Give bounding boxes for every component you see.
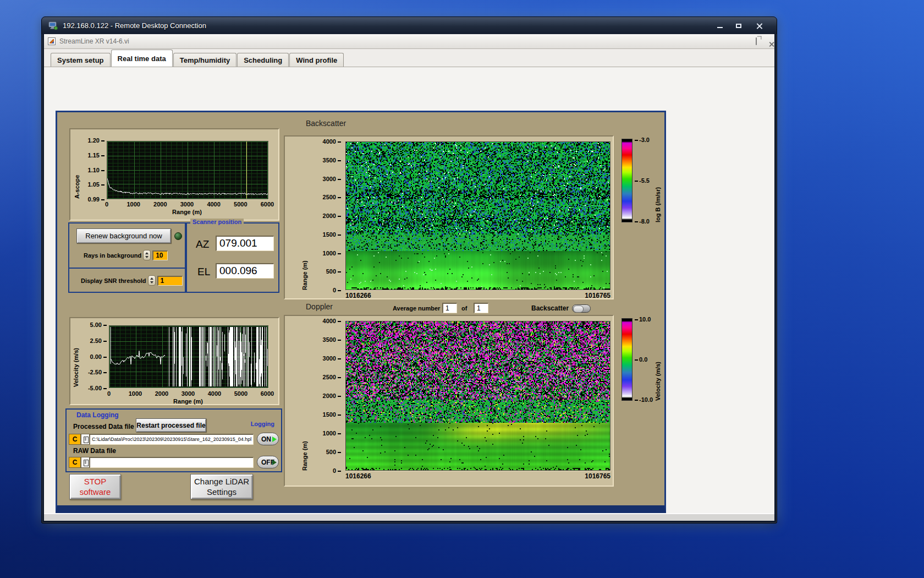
tick-label: 0 bbox=[333, 468, 341, 473]
tick-label: 0 bbox=[96, 201, 118, 208]
app-titlebar[interactable]: StreamLine XR v14-6.vi bbox=[44, 34, 774, 49]
snr-value-field[interactable]: 1 bbox=[157, 276, 183, 286]
tick-label: 1000 bbox=[323, 250, 341, 256]
rdp-maximize-button[interactable] bbox=[730, 20, 747, 31]
ascope-plot-area bbox=[107, 141, 268, 199]
az-label: AZ bbox=[196, 238, 209, 250]
velocity-canvas bbox=[109, 326, 268, 388]
tick-label: 1.15 bbox=[88, 152, 105, 158]
processed-drive-selector[interactable]: C bbox=[69, 434, 81, 445]
tick-label: 5000 bbox=[229, 201, 251, 208]
processed-path-row: C C:\Lidar\Data\Proc\2023\202309\2023091… bbox=[69, 434, 254, 445]
stop-software-button[interactable]: STOP software bbox=[69, 474, 121, 499]
doppler-canvas bbox=[346, 321, 610, 470]
remote-desktop-area: StreamLine XR v14-6.vi System setup Real… bbox=[44, 34, 774, 521]
tick-label: -5.5 bbox=[635, 177, 650, 184]
tab-system-setup[interactable]: System setup bbox=[51, 53, 111, 67]
backscatter-plot-area bbox=[345, 141, 610, 290]
backscatter-view-toggle[interactable] bbox=[572, 304, 591, 313]
el-label: EL bbox=[197, 266, 210, 278]
tick-label: 5000 bbox=[230, 390, 252, 397]
processed-browse-icon[interactable] bbox=[81, 434, 90, 445]
average-count-field[interactable]: 1 bbox=[474, 303, 488, 313]
backscatter-toggle-label: Backscatter bbox=[531, 304, 569, 312]
raw-path-row: C bbox=[69, 457, 254, 468]
rays-value-field[interactable]: 10 bbox=[152, 250, 168, 260]
ascope-graph: A-scope 1.201.151.101.050.99 01000200030… bbox=[69, 128, 279, 221]
rdp-window-title: 192.168.0.122 - Remote Desktop Connectio… bbox=[63, 21, 206, 30]
labview-vi-icon bbox=[48, 37, 56, 45]
tick-label: 0 bbox=[98, 390, 120, 397]
tick-label: 1.10 bbox=[88, 167, 105, 173]
tab-real-time-data[interactable]: Real time data bbox=[111, 50, 173, 67]
tab-wind-profile[interactable]: Wind profile bbox=[289, 53, 344, 67]
renew-status-led bbox=[174, 232, 182, 240]
rdp-window-controls bbox=[712, 20, 770, 31]
tick-label: 3500 bbox=[323, 337, 341, 342]
tick-label: 3500 bbox=[323, 157, 341, 163]
app-window-controls bbox=[744, 37, 769, 45]
tick-label: 1000 bbox=[323, 430, 341, 436]
rdp-close-button[interactable] bbox=[749, 20, 770, 31]
doppler-time-start: 1016266 bbox=[345, 472, 371, 480]
backscatter-canvas bbox=[346, 142, 610, 290]
rdp-titlebar[interactable]: 192.168.0.122 - Remote Desktop Connectio… bbox=[42, 17, 777, 34]
processed-logging-on-switch[interactable]: ON bbox=[257, 433, 279, 445]
processed-data-file-label: Processed Data file bbox=[73, 423, 134, 430]
tab-scheduling[interactable]: Scheduling bbox=[237, 53, 289, 67]
backscatter-heatmap-frame: Range (m) 400035003000250020001500100050… bbox=[284, 135, 614, 299]
backscatter-y-ticks: 40003500300025002000150010005000 bbox=[314, 139, 341, 293]
scanner-position-title: Scanner position bbox=[190, 219, 244, 225]
logging-label: Logging bbox=[251, 421, 274, 427]
raw-path-field[interactable] bbox=[90, 457, 254, 468]
rays-in-background-label: Rays in background bbox=[84, 252, 141, 259]
tick-label: 4000 bbox=[203, 201, 225, 208]
tick-label: 1500 bbox=[323, 412, 341, 417]
backscatter-colorbar-ticks: -3.0-5.5-8.0 bbox=[635, 137, 650, 225]
average-number-field[interactable]: 1 bbox=[442, 303, 457, 313]
tick-label: -3.0 bbox=[635, 137, 650, 143]
ascope-y-axis-label: A-scope bbox=[74, 141, 80, 199]
raw-logging-off-switch[interactable]: OFF bbox=[257, 456, 279, 468]
scanner-position-box: Scanner position AZ 079.001 EL 000.096 bbox=[186, 222, 279, 293]
change-lidar-settings-button[interactable]: Change LiDAR Settings bbox=[190, 474, 253, 499]
renew-background-button[interactable]: Renew background now bbox=[76, 228, 171, 243]
snr-spinner[interactable] bbox=[148, 275, 156, 286]
tick-label: 1.05 bbox=[88, 182, 105, 187]
backscatter-time-end: 1016765 bbox=[556, 292, 610, 299]
tick-label: 4000 bbox=[323, 318, 341, 324]
tick-label: 0.0 bbox=[635, 356, 653, 363]
rays-spinner[interactable] bbox=[143, 250, 151, 260]
velocity-graph: Velocity (m/s) 5.002.500.00-2.50-5.00 01… bbox=[69, 317, 279, 405]
backscatter-y-axis-label: Range (m) bbox=[301, 141, 308, 290]
processed-path-field[interactable]: C:\Lidar\Data\Proc\2023\202309\20230915\… bbox=[90, 434, 254, 445]
restart-processed-file-button[interactable]: Restart processed file bbox=[136, 418, 206, 432]
backscatter-time-start: 1016266 bbox=[345, 292, 371, 299]
tab-bar: System setup Real time data Temp/humidit… bbox=[44, 49, 774, 67]
ascope-canvas bbox=[107, 141, 268, 199]
app-restore-button[interactable] bbox=[756, 38, 757, 45]
raw-browse-icon[interactable] bbox=[81, 457, 90, 468]
backscatter-colorbar bbox=[622, 139, 632, 222]
tab-temp-humidity[interactable]: Temp/humidity bbox=[173, 53, 237, 67]
velocity-plot-area bbox=[109, 325, 268, 388]
main-panel: A-scope 1.201.151.101.050.99 01000200030… bbox=[56, 111, 666, 513]
ascope-x-axis-label: Range (m) bbox=[107, 209, 267, 215]
doppler-colorbar-label: Velocity (m/s) bbox=[654, 318, 661, 401]
tick-label: 3000 bbox=[323, 356, 341, 361]
raw-drive-selector[interactable]: C bbox=[69, 457, 81, 468]
tick-label: 3000 bbox=[323, 176, 341, 182]
doppler-time-end: 1016765 bbox=[556, 472, 610, 480]
tick-label: 500 bbox=[326, 449, 341, 455]
off-led-icon bbox=[272, 460, 277, 465]
backscatter-section-title: Backscatter bbox=[306, 119, 346, 128]
tick-label: 1000 bbox=[124, 390, 146, 397]
rdp-minimize-button[interactable] bbox=[712, 20, 728, 31]
tick-label: -10.0 bbox=[635, 396, 653, 403]
az-value-field: 079.001 bbox=[216, 236, 274, 251]
ascope-y-ticks: 1.201.151.101.050.99 bbox=[81, 138, 105, 202]
tick-label: 2000 bbox=[323, 393, 341, 399]
tick-label: 1500 bbox=[323, 232, 341, 237]
ascope-x-ticks: 0100020003000400050006000 bbox=[107, 201, 267, 208]
data-logging-box: Data Logging Processed Data file Restart… bbox=[65, 408, 282, 472]
